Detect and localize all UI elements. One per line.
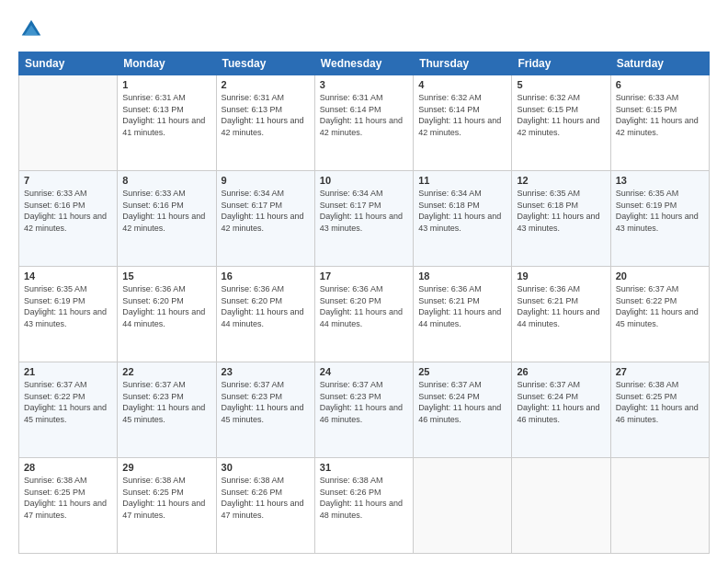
day-number: 2 [222, 79, 310, 90]
day-number: 27 [616, 366, 704, 377]
day-info: Sunrise: 6:34 AMSunset: 6:17 PMDaylight:… [320, 189, 403, 233]
calendar-cell: 14Sunrise: 6:35 AMSunset: 6:19 PMDayligh… [19, 267, 118, 362]
day-info: Sunrise: 6:32 AMSunset: 6:15 PMDaylight:… [517, 93, 599, 137]
calendar-row-1: 7Sunrise: 6:33 AMSunset: 6:16 PMDaylight… [19, 171, 710, 267]
day-info: Sunrise: 6:37 AMSunset: 6:24 PMDaylight:… [418, 380, 501, 424]
day-info: Sunrise: 6:35 AMSunset: 6:19 PMDaylight:… [616, 189, 699, 233]
day-info: Sunrise: 6:34 AMSunset: 6:18 PMDaylight:… [418, 189, 501, 233]
calendar-cell: 12Sunrise: 6:35 AMSunset: 6:18 PMDayligh… [512, 171, 610, 267]
calendar-cell: 19Sunrise: 6:36 AMSunset: 6:21 PMDayligh… [512, 267, 610, 362]
day-info: Sunrise: 6:37 AMSunset: 6:23 PMDaylight:… [222, 380, 304, 424]
calendar-cell: 30Sunrise: 6:38 AMSunset: 6:26 PMDayligh… [216, 458, 314, 554]
day-info: Sunrise: 6:37 AMSunset: 6:23 PMDaylight:… [122, 380, 205, 424]
calendar-row-2: 14Sunrise: 6:35 AMSunset: 6:19 PMDayligh… [19, 267, 710, 362]
day-number: 3 [320, 79, 408, 90]
calendar-cell: 29Sunrise: 6:38 AMSunset: 6:25 PMDayligh… [118, 458, 216, 554]
day-number: 8 [122, 175, 210, 186]
calendar-cell: 25Sunrise: 6:37 AMSunset: 6:24 PMDayligh… [414, 362, 512, 458]
calendar-cell: 18Sunrise: 6:36 AMSunset: 6:21 PMDayligh… [414, 267, 512, 362]
day-number: 5 [517, 79, 605, 90]
day-info: Sunrise: 6:36 AMSunset: 6:20 PMDaylight:… [320, 284, 403, 328]
day-number: 10 [320, 175, 408, 186]
day-info: Sunrise: 6:35 AMSunset: 6:18 PMDaylight:… [517, 189, 599, 233]
calendar-cell: 21Sunrise: 6:37 AMSunset: 6:22 PMDayligh… [19, 362, 118, 458]
day-number: 23 [222, 366, 310, 377]
calendar-cell: 24Sunrise: 6:37 AMSunset: 6:23 PMDayligh… [314, 362, 413, 458]
calendar-row-4: 28Sunrise: 6:38 AMSunset: 6:25 PMDayligh… [19, 458, 710, 554]
day-info: Sunrise: 6:38 AMSunset: 6:25 PMDaylight:… [24, 476, 107, 520]
logo-icon [18, 17, 44, 42]
weekday-header-sunday: Sunday [19, 52, 118, 75]
day-info: Sunrise: 6:36 AMSunset: 6:20 PMDaylight:… [222, 284, 304, 328]
calendar-cell: 8Sunrise: 6:33 AMSunset: 6:16 PMDaylight… [118, 171, 216, 267]
day-number: 15 [122, 270, 210, 282]
day-info: Sunrise: 6:34 AMSunset: 6:17 PMDaylight:… [222, 189, 304, 233]
day-number: 29 [122, 462, 210, 473]
calendar-cell: 5Sunrise: 6:32 AMSunset: 6:15 PMDaylight… [512, 75, 610, 171]
day-number: 31 [320, 462, 408, 473]
day-number: 20 [616, 270, 704, 282]
calendar-row-3: 21Sunrise: 6:37 AMSunset: 6:22 PMDayligh… [19, 362, 710, 458]
calendar-cell: 9Sunrise: 6:34 AMSunset: 6:17 PMDaylight… [216, 171, 314, 267]
day-info: Sunrise: 6:33 AMSunset: 6:15 PMDaylight:… [616, 93, 699, 137]
day-number: 13 [616, 175, 704, 186]
calendar-cell: 28Sunrise: 6:38 AMSunset: 6:25 PMDayligh… [19, 458, 118, 554]
day-info: Sunrise: 6:38 AMSunset: 6:25 PMDaylight:… [122, 476, 205, 520]
calendar-cell: 13Sunrise: 6:35 AMSunset: 6:19 PMDayligh… [610, 171, 709, 267]
calendar-cell [414, 458, 512, 554]
day-number: 28 [24, 462, 112, 473]
day-number: 12 [517, 175, 605, 186]
day-info: Sunrise: 6:33 AMSunset: 6:16 PMDaylight:… [24, 189, 107, 233]
day-number: 18 [418, 270, 506, 282]
calendar-cell [19, 75, 118, 171]
weekday-header-saturday: Saturday [610, 52, 709, 75]
day-number: 21 [24, 366, 112, 377]
day-info: Sunrise: 6:31 AMSunset: 6:13 PMDaylight:… [122, 93, 205, 137]
calendar-cell: 2Sunrise: 6:31 AMSunset: 6:13 PMDaylight… [216, 75, 314, 171]
day-info: Sunrise: 6:31 AMSunset: 6:14 PMDaylight:… [320, 93, 403, 137]
calendar-cell [610, 458, 709, 554]
calendar-cell: 7Sunrise: 6:33 AMSunset: 6:16 PMDaylight… [19, 171, 118, 267]
day-number: 11 [418, 175, 506, 186]
weekday-header-wednesday: Wednesday [314, 52, 413, 75]
calendar-cell: 26Sunrise: 6:37 AMSunset: 6:24 PMDayligh… [512, 362, 610, 458]
weekday-header-monday: Monday [118, 52, 216, 75]
day-number: 9 [222, 175, 310, 186]
day-number: 6 [616, 79, 704, 90]
calendar-cell: 3Sunrise: 6:31 AMSunset: 6:14 PMDaylight… [314, 75, 413, 171]
day-info: Sunrise: 6:37 AMSunset: 6:24 PMDaylight:… [517, 380, 599, 424]
day-info: Sunrise: 6:35 AMSunset: 6:19 PMDaylight:… [24, 284, 107, 328]
logo [18, 17, 48, 42]
day-info: Sunrise: 6:37 AMSunset: 6:23 PMDaylight:… [320, 380, 403, 424]
weekday-header-thursday: Thursday [414, 52, 512, 75]
calendar-cell: 10Sunrise: 6:34 AMSunset: 6:17 PMDayligh… [314, 171, 413, 267]
day-info: Sunrise: 6:38 AMSunset: 6:26 PMDaylight:… [222, 476, 304, 520]
page: SundayMondayTuesdayWednesdayThursdayFrid… [0, 0, 728, 563]
weekday-header-row: SundayMondayTuesdayWednesdayThursdayFrid… [19, 52, 710, 75]
day-info: Sunrise: 6:31 AMSunset: 6:13 PMDaylight:… [222, 93, 304, 137]
day-info: Sunrise: 6:37 AMSunset: 6:22 PMDaylight:… [616, 284, 699, 328]
calendar-cell: 6Sunrise: 6:33 AMSunset: 6:15 PMDaylight… [610, 75, 709, 171]
weekday-header-friday: Friday [512, 52, 610, 75]
calendar-cell: 20Sunrise: 6:37 AMSunset: 6:22 PMDayligh… [610, 267, 709, 362]
calendar-cell: 31Sunrise: 6:38 AMSunset: 6:26 PMDayligh… [314, 458, 413, 554]
day-number: 7 [24, 175, 112, 186]
day-info: Sunrise: 6:36 AMSunset: 6:21 PMDaylight:… [418, 284, 501, 328]
day-info: Sunrise: 6:37 AMSunset: 6:22 PMDaylight:… [24, 380, 107, 424]
calendar-cell: 16Sunrise: 6:36 AMSunset: 6:20 PMDayligh… [216, 267, 314, 362]
day-info: Sunrise: 6:32 AMSunset: 6:14 PMDaylight:… [418, 93, 501, 137]
day-number: 26 [517, 366, 605, 377]
day-number: 1 [122, 79, 210, 90]
calendar-cell: 23Sunrise: 6:37 AMSunset: 6:23 PMDayligh… [216, 362, 314, 458]
day-number: 16 [222, 270, 310, 282]
calendar-cell [512, 458, 610, 554]
day-number: 19 [517, 270, 605, 282]
calendar-cell: 4Sunrise: 6:32 AMSunset: 6:14 PMDaylight… [414, 75, 512, 171]
day-number: 24 [320, 366, 408, 377]
calendar-cell: 11Sunrise: 6:34 AMSunset: 6:18 PMDayligh… [414, 171, 512, 267]
calendar-cell: 22Sunrise: 6:37 AMSunset: 6:23 PMDayligh… [118, 362, 216, 458]
day-info: Sunrise: 6:38 AMSunset: 6:25 PMDaylight:… [616, 380, 699, 424]
day-number: 17 [320, 270, 408, 282]
calendar-cell: 15Sunrise: 6:36 AMSunset: 6:20 PMDayligh… [118, 267, 216, 362]
calendar-cell: 1Sunrise: 6:31 AMSunset: 6:13 PMDaylight… [118, 75, 216, 171]
